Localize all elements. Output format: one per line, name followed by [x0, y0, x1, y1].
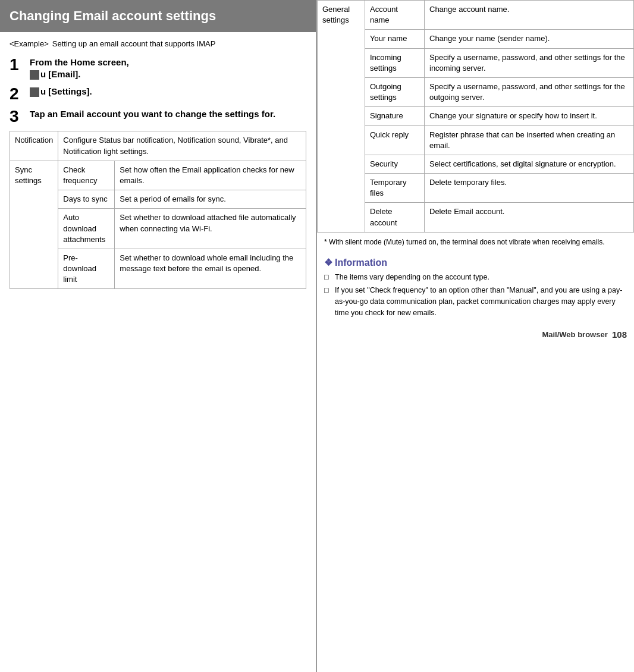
desc-notification: Configure Status bar notification, Notif… — [58, 131, 306, 161]
home-icon — [30, 70, 39, 80]
left-panel: Changing Email account settings <Example… — [0, 0, 317, 672]
page-number: 108 — [612, 329, 627, 340]
settings-icon — [30, 87, 39, 97]
subcategory-security: Security — [365, 155, 425, 173]
info-section: Information □ The items vary depending o… — [317, 252, 634, 326]
desc-incoming: Specify a username, password, and other … — [425, 48, 634, 77]
desc-delete-account: Delete Email account. — [425, 203, 634, 232]
step-num-2: 2 — [10, 86, 24, 102]
desc-pre-download: Set whether to download whole email incl… — [115, 249, 306, 289]
subcategory-check-frequency: Check frequency — [58, 161, 115, 190]
desc-days-to-sync: Set a period of emails for sync. — [115, 190, 306, 209]
subcategory-days-to-sync: Days to sync — [58, 190, 115, 209]
table-row: General settings Account name Change acc… — [318, 1, 634, 30]
page-footer: Mail/Web browser 108 — [317, 326, 634, 343]
subcategory-auto-download: Auto download attachments — [58, 209, 115, 249]
desc-check-frequency: Set how often the Email application chec… — [115, 161, 306, 190]
desc-outgoing: Specify a username, password, and other … — [425, 77, 634, 106]
step-2: 2 u [Settings]. — [10, 86, 306, 102]
left-body: <Example> Setting up an email account th… — [0, 32, 316, 672]
info-bullet-1: □ — [324, 272, 332, 283]
info-item-1: □ The items vary depending on the accoun… — [324, 272, 627, 283]
step-3: 3 Tap an Email account you want to chang… — [10, 108, 306, 125]
table-row: Security Select certifications, set digi… — [318, 155, 634, 173]
example-label: <Example> — [10, 39, 49, 48]
desc-security: Select certifications, set digital signa… — [425, 155, 634, 173]
desc-your-name: Change your name (sender name). — [425, 30, 634, 48]
step-num-1: 1 — [10, 56, 24, 73]
right-panel: General settings Account name Change acc… — [317, 0, 634, 672]
subcategory-outgoing: Outgoing settings — [365, 77, 425, 106]
subcategory-pre-download: Pre-download limit — [58, 249, 115, 289]
table-row: Quick reply Register phrase that can be … — [318, 125, 634, 155]
example-block: <Example> Setting up an email account th… — [10, 39, 306, 48]
table-row: Signature Change your signature or speci… — [318, 107, 634, 125]
category-notification: Notification — [10, 131, 58, 161]
table-row: Your name Change your name (sender name)… — [318, 30, 634, 48]
info-text-2: If you set "Check frequency" to an optio… — [335, 285, 627, 318]
info-item-2: □ If you set "Check frequency" to an opt… — [324, 285, 627, 318]
right-settings-table: General settings Account name Change acc… — [317, 0, 634, 233]
subcategory-account-name: Account name — [365, 1, 425, 30]
table-row: Delete account Delete Email account. — [318, 203, 634, 232]
subcategory-temp-files: Temporary files — [365, 174, 425, 203]
step-text-1: From the Home screen, u [Email]. — [30, 56, 129, 80]
desc-temp-files: Delete temporary files. — [425, 174, 634, 203]
category-general: General settings — [318, 1, 365, 233]
subcategory-your-name: Your name — [365, 30, 425, 48]
step-1: 1 From the Home screen, u [Email]. — [10, 56, 306, 80]
table-row: Temporary files Delete temporary files. — [318, 174, 634, 203]
page-title: Changing Email account settings — [0, 0, 316, 32]
footnote: * With silent mode (Mute) turned on, the… — [317, 233, 634, 252]
subcategory-incoming: Incoming settings — [365, 48, 425, 77]
footer-label: Mail/Web browser — [542, 330, 607, 339]
subcategory-signature: Signature — [365, 107, 425, 125]
subcategory-delete-account: Delete account — [365, 203, 425, 232]
category-sync: Sync settings — [10, 161, 58, 289]
step-text-2: u [Settings]. — [30, 86, 92, 98]
info-bullet-2: □ — [324, 285, 332, 318]
table-row: Outgoing settings Specify a username, pa… — [318, 77, 634, 106]
desc-quick-reply: Register phrase that can be inserted whe… — [425, 125, 634, 155]
table-row: Notification Configure Status bar notifi… — [10, 131, 306, 161]
example-text: Setting up an email account that support… — [52, 39, 216, 48]
info-title: Information — [324, 257, 627, 268]
left-settings-table: Notification Configure Status bar notifi… — [10, 131, 306, 289]
subcategory-quick-reply: Quick reply — [365, 125, 425, 155]
step-text-3: Tap an Email account you want to change … — [30, 108, 275, 120]
table-row: Sync settings Check frequency Set how of… — [10, 161, 306, 190]
desc-signature: Change your signature or specify how to … — [425, 107, 634, 125]
desc-account-name: Change account name. — [425, 1, 634, 30]
table-row: Incoming settings Specify a username, pa… — [318, 48, 634, 77]
step-num-3: 3 — [10, 108, 24, 125]
desc-auto-download: Set whether to download attached file au… — [115, 209, 306, 249]
info-text-1: The items vary depending on the account … — [335, 272, 489, 283]
